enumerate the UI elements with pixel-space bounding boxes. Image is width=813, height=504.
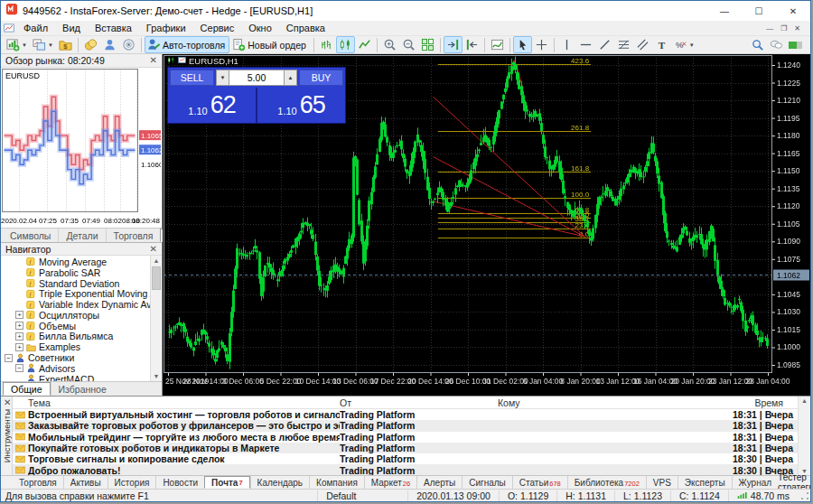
mdi-minimize-button[interactable]: — xyxy=(766,24,773,33)
scroll-down-icon[interactable]: ▼ xyxy=(151,371,162,381)
navigator-item-8[interactable]: +Examples xyxy=(1,341,162,352)
candle-chart-button[interactable] xyxy=(336,36,355,53)
mdi-close-button[interactable]: ✕ xyxy=(794,24,800,33)
toolbox-tab-14[interactable]: Журнал xyxy=(732,476,779,489)
equidistant-channel-button[interactable] xyxy=(633,36,652,53)
close-icon[interactable]: ✕ xyxy=(150,245,157,254)
tree-expander-icon[interactable]: − xyxy=(5,354,13,362)
toolbox-tab-7[interactable]: Маркет26 xyxy=(364,476,416,489)
navigator-item-0[interactable]: fMoving Average xyxy=(1,257,162,267)
toolbox-tab-8[interactable]: Алерты xyxy=(416,476,462,489)
navigator-item-3[interactable]: fTriple Exponential Moving Avera xyxy=(1,288,162,299)
sell-button[interactable]: SELL xyxy=(170,70,214,86)
toolbox-tab-3[interactable]: Новости xyxy=(155,476,204,489)
scroll-up-icon[interactable]: ▲ xyxy=(799,397,810,404)
toolbox-tab-5[interactable]: Календарь xyxy=(250,476,309,489)
mail-column-header-3[interactable]: Время xyxy=(707,397,798,408)
navigator-item-7[interactable]: +fБилла Вильямса xyxy=(1,331,162,342)
mail-row[interactable]: Покупайте готовых роботов и индикаторы в… xyxy=(13,443,798,453)
navigator-item-10[interactable]: −Advisors xyxy=(1,363,162,374)
navigator-item-5[interactable]: +fОсцилляторы xyxy=(1,310,162,321)
toolbox-tab-10[interactable]: Статьи678 xyxy=(512,476,567,489)
toolbox-tab-11[interactable]: Библиотека7202 xyxy=(567,476,646,489)
toolbox-tab-4[interactable]: Почта7 xyxy=(204,476,249,489)
tick-chart[interactable] xyxy=(1,68,161,228)
menu-item-4[interactable]: Сервис xyxy=(193,22,242,34)
navigator-scrollbar[interactable]: ▲ ▼ xyxy=(150,256,162,381)
chart-area[interactable]: EURUSD,H1 SELL ▼ 5.00 ▲ BUY 1.10 62 xyxy=(163,54,810,396)
tree-expander-icon[interactable]: + xyxy=(15,311,23,319)
bid-price[interactable]: 1.10 62 xyxy=(168,88,256,123)
mailbox-scrollbar[interactable]: ▲ ▼ xyxy=(798,397,810,475)
new-chart-button[interactable]: ▼ xyxy=(4,36,30,53)
horizontal-line-button[interactable] xyxy=(576,36,595,53)
mail-column-header-2[interactable]: Кому xyxy=(498,397,707,408)
mail-row[interactable]: Торговые сигналы и копирование сделокTra… xyxy=(13,453,798,464)
data-window-button[interactable] xyxy=(100,36,119,53)
market-watch-tab-1[interactable]: Детали xyxy=(58,229,105,242)
zoom-out-button[interactable] xyxy=(399,36,418,53)
fibonacci-button[interactable] xyxy=(614,36,633,53)
chat-icon[interactable] xyxy=(770,38,783,51)
arrow-objects-button[interactable]: %▼ xyxy=(671,36,697,53)
chart-window-icon[interactable] xyxy=(4,23,14,33)
toolbox-tab-2[interactable]: История xyxy=(107,476,156,489)
history-data-button[interactable]: $ xyxy=(56,36,75,53)
cursor-button[interactable] xyxy=(513,36,532,53)
tree-expander-icon[interactable]: + xyxy=(15,343,23,351)
toolbox-tab-1[interactable]: Активы xyxy=(63,476,107,489)
volume-up-icon[interactable]: ▲ xyxy=(284,70,297,86)
navigator-item-9[interactable]: −Советники xyxy=(1,352,162,363)
profiles-button[interactable]: ▼ xyxy=(30,36,56,53)
tree-expander-icon[interactable]: − xyxy=(15,364,23,372)
toolbox-tab-12[interactable]: VPS xyxy=(646,476,678,489)
market-watch-tab-0[interactable]: Символы xyxy=(3,229,58,242)
strategy-tester-label[interactable]: Тестер стратегий xyxy=(778,476,811,489)
mail-row[interactable]: Встроенный виртуальный хостинг — торговл… xyxy=(13,409,798,420)
signals-button[interactable] xyxy=(119,36,138,53)
resize-grip[interactable] xyxy=(800,491,809,500)
auto-scroll-button[interactable] xyxy=(463,36,481,53)
crosshair-button[interactable] xyxy=(532,36,551,53)
tree-expander-icon[interactable]: + xyxy=(15,322,23,330)
buy-button[interactable]: BUY xyxy=(299,70,343,86)
scroll-up-icon[interactable]: ▲ xyxy=(151,256,162,266)
bar-chart-button[interactable] xyxy=(317,36,336,53)
mail-column-header-0[interactable]: Тема xyxy=(13,397,340,408)
tree-expander-icon[interactable]: + xyxy=(15,332,23,341)
minimize-button[interactable]: — xyxy=(707,1,742,21)
shift-end-button[interactable] xyxy=(444,36,463,53)
menu-item-5[interactable]: Окно xyxy=(241,22,279,34)
navigator-item-4[interactable]: fVariable Index Dynamic Average xyxy=(1,299,162,310)
toolbox-tab-9[interactable]: Сигналы xyxy=(462,476,512,489)
new-order-button[interactable]: Новый ордер xyxy=(229,36,311,53)
close-icon[interactable]: ✕ xyxy=(4,398,11,407)
vertical-line-button[interactable] xyxy=(557,36,576,53)
tile-windows-button[interactable] xyxy=(418,36,437,53)
mdi-restore-button[interactable]: ❐ xyxy=(780,24,787,33)
zoom-in-button[interactable] xyxy=(380,36,399,53)
market-watch-button[interactable] xyxy=(81,36,100,53)
indicators-list-button[interactable] xyxy=(488,36,507,53)
line-chart-button[interactable] xyxy=(355,36,374,53)
trend-line-button[interactable] xyxy=(595,36,614,53)
navigator-tab-0[interactable]: Общие xyxy=(3,382,51,396)
mail-column-header-1[interactable]: От xyxy=(340,397,498,408)
menu-item-6[interactable]: Справка xyxy=(279,22,332,34)
mail-row[interactable]: Добро пожаловать!Trading Platform18:30 |… xyxy=(13,464,798,475)
menu-item-0[interactable]: Файл xyxy=(16,22,55,34)
menu-item-2[interactable]: Вставка xyxy=(88,22,139,34)
close-button[interactable]: ✕ xyxy=(776,1,810,21)
scroll-down-icon[interactable]: ▼ xyxy=(799,468,810,474)
navigator-item-2[interactable]: fStandard Deviation xyxy=(1,278,162,289)
mail-row[interactable]: Мобильный трейдинг — торгуйте из любого … xyxy=(13,432,798,443)
toolbox-tab-13[interactable]: Эксперты xyxy=(678,476,732,489)
navigator-item-11[interactable]: ExpertMACD xyxy=(1,374,162,381)
navigator-tab-1[interactable]: Избранное xyxy=(51,382,114,396)
status-profile[interactable]: Default xyxy=(317,490,407,501)
navigator-item-1[interactable]: fParabolic SAR xyxy=(1,267,162,278)
menu-item-1[interactable]: Вид xyxy=(55,22,88,34)
search-icon[interactable] xyxy=(751,38,764,51)
volume-down-icon[interactable]: ▼ xyxy=(216,70,229,86)
mail-row[interactable]: Заказывайте торговых роботов у фрилансер… xyxy=(13,420,798,431)
